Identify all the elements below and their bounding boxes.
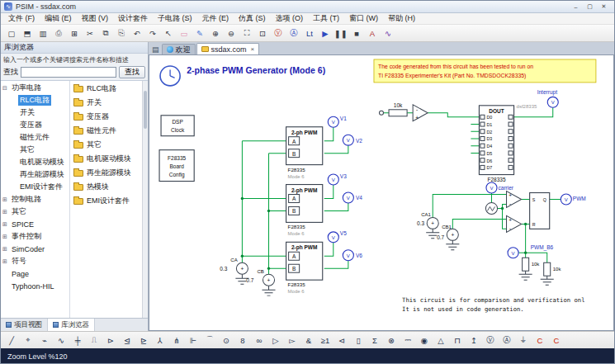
clock-annotation[interactable] <box>160 66 180 86</box>
tree-twisty-icon[interactable]: ⊞ <box>2 196 10 203</box>
library-folder[interactable]: RLC电路 <box>70 82 148 96</box>
triangle-wave-source[interactable]: △ <box>433 333 449 347</box>
simplified-c-block[interactable]: C <box>548 333 565 347</box>
dc-voltage-source[interactable]: ⎓ <box>400 333 416 347</box>
voltage-source-cb1[interactable]: + CB1 0.7 <box>437 225 459 249</box>
tree-item[interactable]: ⊞ SPICE <box>1 218 69 230</box>
tree-item[interactable]: 磁性元件 <box>1 131 69 144</box>
library-folder[interactable]: 电机驱动模块 <box>70 152 148 166</box>
probe-v6[interactable]: V V6 <box>343 250 362 261</box>
resistor-10k-2[interactable]: 10k <box>541 262 562 285</box>
tab-switcher-icon[interactable]: ▤ <box>152 45 159 54</box>
run-simulation[interactable]: ▶ <box>318 26 333 40</box>
comparator[interactable]: ▻ <box>284 333 300 347</box>
optocoupler[interactable]: ⊙ <box>218 333 234 347</box>
sidebar-tab[interactable]: 项目视图 <box>1 319 48 331</box>
tree-item[interactable]: Page <box>1 267 69 280</box>
sr-flipflop[interactable]: S R Q <box>530 193 550 229</box>
redo[interactable]: ↷ <box>145 26 160 40</box>
tree-item[interactable]: ⊞ 符号 <box>1 255 69 267</box>
tree-item[interactable]: 电机驱动模块 <box>1 156 69 168</box>
schematic-canvas[interactable]: 2-phase PWM Generator (Mode 6) The code … <box>149 54 614 331</box>
pause-simulation[interactable]: ❚❚ <box>334 26 348 40</box>
library-folder[interactable]: 开关 <box>70 96 148 110</box>
tab-close-icon[interactable]: × <box>251 45 255 53</box>
not-gate[interactable]: ⊲ <box>334 333 350 347</box>
dout-block[interactable]: DOUT dsf28335 D0 D1 D2 D3 D4 D5 D6 D7 F2… <box>479 104 537 182</box>
resistor-10k-1[interactable]: 10k <box>519 258 541 280</box>
probe-v5[interactable]: V V5 <box>328 230 347 242</box>
pwm-block-3[interactable]: 2-ph PWM A B F28335 Mode 6 <box>286 242 323 294</box>
npn-transistor[interactable]: ⅄ <box>152 333 168 347</box>
rlc-branch[interactable]: ⎍ <box>86 333 102 347</box>
voltage-probe[interactable]: Ⓥ <box>271 26 286 40</box>
ground[interactable]: ⏚ <box>515 333 532 347</box>
transformer[interactable]: 8 <box>234 333 251 347</box>
open-file[interactable]: ⬒ <box>20 26 35 40</box>
zener-diode[interactable]: ⊴ <box>119 333 135 347</box>
tree-twisty-icon[interactable]: ⊞ <box>2 221 10 228</box>
library-folder[interactable]: 其它 <box>70 138 148 152</box>
save[interactable]: ▥ <box>35 26 50 40</box>
tree-item[interactable]: 其它 <box>1 144 69 156</box>
zoom-area[interactable]: ⛶ <box>239 26 254 40</box>
flip-flop[interactable]: ▯ <box>350 333 367 347</box>
probe-v4[interactable]: V V4 <box>343 192 362 203</box>
tree-twisty-icon[interactable]: ⊞ <box>2 234 10 240</box>
tree-item[interactable]: ⊞ 其它 <box>1 206 69 218</box>
probe-v1[interactable]: V V1 <box>328 116 347 127</box>
multiplier[interactable]: ⊗ <box>383 333 400 347</box>
probe-v3[interactable]: V V3 <box>328 173 347 185</box>
tab-welcome[interactable]: 欢迎 <box>162 44 196 54</box>
mosfet[interactable]: ⋔ <box>168 333 185 347</box>
minimize-button[interactable]: – <box>569 2 583 12</box>
menu-item[interactable]: 设计套件 <box>113 13 153 24</box>
stop-simulation[interactable]: ■ <box>349 26 364 40</box>
probe-v2[interactable]: V V2 <box>343 135 362 145</box>
menu-item[interactable]: 窗口 (W) <box>344 13 383 24</box>
capacitor[interactable]: ╪ <box>69 333 86 347</box>
diode[interactable]: ⊳ <box>102 333 119 347</box>
igbt[interactable]: ⊩ <box>185 333 201 347</box>
folders-scrollbar[interactable] <box>142 81 148 318</box>
op-amp[interactable]: ▷ <box>267 333 284 347</box>
maximize-button[interactable]: ▢ <box>583 2 597 12</box>
op-amp[interactable]: - + <box>413 105 428 121</box>
library-folder[interactable]: 再生能源模块 <box>70 166 148 180</box>
eraser[interactable]: ▭ <box>177 26 192 40</box>
dsp-clock-block[interactable]: DSP Clock <box>161 116 194 136</box>
library-folder[interactable]: 变压器 <box>70 110 148 124</box>
tree-twisty-icon[interactable]: ⊟ <box>2 85 10 92</box>
tree-item[interactable]: ⊞ 事件控制 <box>1 230 69 243</box>
carrier-source[interactable] <box>485 202 497 214</box>
close-button[interactable]: ✕ <box>597 2 611 12</box>
tree-item[interactable]: ⊞ 控制电路 <box>1 193 69 206</box>
resistor[interactable]: ⌁ <box>36 333 53 347</box>
voltage-probe[interactable]: Ⓥ <box>482 333 499 347</box>
select[interactable]: ↖ <box>161 26 176 40</box>
wire-tool[interactable]: ╱ <box>3 333 20 347</box>
probe-interrupt[interactable]: Interrupt V <box>537 89 559 107</box>
or-gate[interactable]: ≥1 <box>317 333 334 347</box>
pwm-block-2[interactable]: 2-ph PWM A B F28335 Mode 6 <box>286 185 323 237</box>
tree-item[interactable]: EMI设计套件 <box>1 181 69 193</box>
ac-voltage-source[interactable]: ◉ <box>416 333 433 347</box>
menu-item[interactable]: 工具 (T) <box>308 13 344 24</box>
library-folder[interactable]: 热模块 <box>70 180 148 194</box>
current-probe[interactable]: Ⓐ <box>499 333 515 347</box>
tree-item[interactable]: 变压器 <box>1 119 69 131</box>
zoom-out[interactable]: ⊖ <box>224 26 239 40</box>
tree-item[interactable]: ⊟ 功率电路 <box>1 82 69 94</box>
probe-pwm[interactable]: V PWM <box>561 194 585 205</box>
copy[interactable]: ⧉ <box>98 26 113 40</box>
voltage-source-ca[interactable]: + CA 0.3 <box>220 258 248 284</box>
sidebar-tab[interactable]: 库浏览器 <box>48 319 95 331</box>
lt-tool[interactable]: Lt <box>302 26 317 40</box>
tree-twisty-icon[interactable]: ⊞ <box>2 258 10 265</box>
paste[interactable]: ⎘ <box>114 26 129 40</box>
cut[interactable]: ✂ <box>83 26 97 40</box>
comparator-1[interactable]: + - <box>507 191 522 208</box>
tree-twisty-icon[interactable]: ⊞ <box>2 246 10 253</box>
new-file[interactable]: ▢ <box>4 26 19 40</box>
input-node[interactable] <box>379 111 383 115</box>
